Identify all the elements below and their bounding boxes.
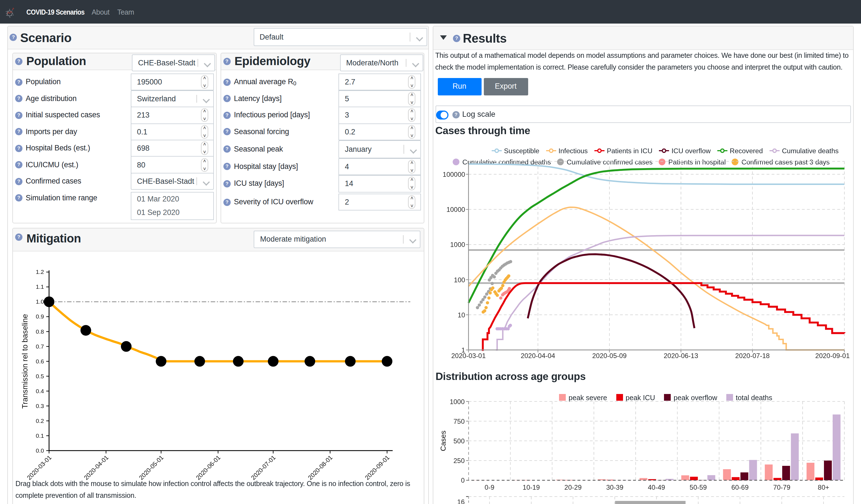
- svg-text:1000: 1000: [450, 241, 465, 248]
- svg-text:0.2: 0.2: [36, 418, 44, 424]
- svg-text:0.4: 0.4: [36, 388, 44, 394]
- svg-text:100000: 100000: [442, 171, 465, 178]
- svg-text:1.2: 1.2: [36, 269, 44, 275]
- svg-text:0.7: 0.7: [36, 343, 44, 350]
- svg-text:0.0: 0.0: [36, 447, 44, 454]
- svg-text:0.8: 0.8: [36, 328, 44, 335]
- svg-text:2020-04-04: 2020-04-04: [521, 352, 555, 359]
- svg-text:0.6: 0.6: [36, 358, 44, 365]
- svg-text:750: 750: [453, 418, 464, 425]
- svg-text:100: 100: [454, 276, 465, 284]
- svg-text:20-29: 20-29: [564, 483, 581, 491]
- svg-text:10-19: 10-19: [522, 483, 539, 491]
- svg-text:500: 500: [453, 437, 464, 445]
- svg-text:Cases: Cases: [439, 431, 447, 451]
- svg-text:250: 250: [453, 457, 464, 464]
- svg-text:2020-07-01: 2020-07-01: [250, 454, 277, 481]
- svg-text:2020-05-01: 2020-05-01: [138, 454, 165, 481]
- svg-text:0.3: 0.3: [36, 403, 44, 409]
- svg-text:0.5: 0.5: [36, 373, 44, 379]
- svg-text:Transmission rel to baseline: Transmission rel to baseline: [21, 314, 29, 409]
- svg-text:2020-04-01: 2020-04-01: [83, 454, 110, 481]
- svg-text:40-49: 40-49: [648, 483, 665, 491]
- svg-text:16: 16: [457, 498, 464, 504]
- svg-text:30-39: 30-39: [606, 483, 623, 491]
- svg-text:50-59: 50-59: [689, 483, 706, 491]
- svg-text:2020-09-01: 2020-09-01: [364, 454, 391, 481]
- svg-text:2020-03-01: 2020-03-01: [26, 454, 53, 481]
- svg-text:2020-08-01: 2020-08-01: [307, 454, 334, 481]
- svg-text:2020-06-13: 2020-06-13: [664, 352, 698, 359]
- svg-text:0.9: 0.9: [36, 313, 44, 319]
- svg-text:0: 0: [461, 477, 464, 484]
- svg-text:2020-07-18: 2020-07-18: [735, 352, 769, 359]
- svg-text:1.0: 1.0: [36, 298, 44, 305]
- svg-text:0.1: 0.1: [36, 433, 44, 439]
- svg-text:60-69: 60-69: [731, 483, 748, 491]
- svg-text:1.1: 1.1: [36, 283, 44, 290]
- svg-text:2020-06-01: 2020-06-01: [195, 454, 222, 481]
- svg-text:10000: 10000: [446, 206, 465, 213]
- svg-text:80+: 80+: [818, 483, 829, 491]
- svg-text:1000: 1000: [450, 398, 464, 406]
- svg-text:2020-09-01: 2020-09-01: [815, 352, 849, 359]
- svg-text:2020-03-01: 2020-03-01: [451, 352, 486, 359]
- svg-text:0-9: 0-9: [484, 483, 494, 491]
- svg-text:10: 10: [457, 311, 465, 319]
- svg-text:70-79: 70-79: [773, 483, 790, 491]
- svg-text:2020-05-09: 2020-05-09: [592, 352, 626, 359]
